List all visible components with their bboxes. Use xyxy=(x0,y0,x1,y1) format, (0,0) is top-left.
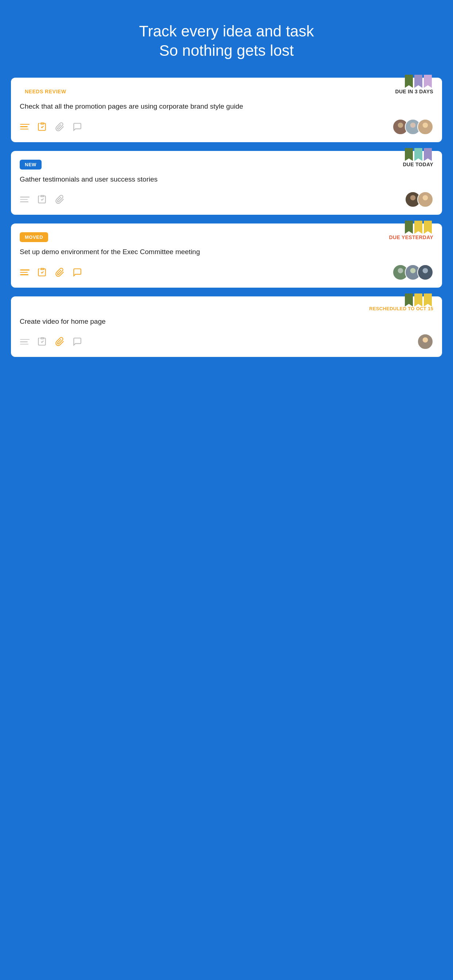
svg-point-2 xyxy=(396,127,405,134)
svg-point-20 xyxy=(423,337,428,343)
paperclip-icon-3[interactable] xyxy=(55,267,65,277)
card-3-footer xyxy=(20,264,433,280)
card-4-header: RESCHEDULED TO OCT 15 xyxy=(20,305,433,312)
tag-new: New xyxy=(20,160,41,170)
card-3-actions xyxy=(20,267,83,277)
bookmark-yellow-3b xyxy=(424,221,432,234)
lines-icon-2[interactable] xyxy=(20,194,30,205)
card-1-header: NEEDS REVIEW DUE IN 3 DAYS xyxy=(20,86,433,97)
svg-point-8 xyxy=(410,195,416,200)
task-card-1: NEEDS REVIEW DUE IN 3 DAYS Check that al… xyxy=(11,78,442,142)
svg-point-3 xyxy=(410,123,416,128)
chat-icon-1[interactable] xyxy=(72,122,83,132)
bookmark-purple xyxy=(414,75,423,88)
card-4-footer xyxy=(20,334,433,350)
clipboard-icon-3[interactable] xyxy=(37,267,48,277)
svg-point-17 xyxy=(423,268,428,274)
svg-point-14 xyxy=(396,274,405,279)
card-2-actions xyxy=(20,194,65,205)
bookmark-green-3 xyxy=(405,221,413,234)
avatar-group-1 xyxy=(392,119,433,135)
bookmark-lavender xyxy=(424,75,432,88)
card-2-header: New DUE TODAY xyxy=(20,160,433,170)
cards-container: NEEDS REVIEW DUE IN 3 DAYS Check that al… xyxy=(11,78,442,357)
paperclip-icon-2[interactable] xyxy=(55,194,65,205)
clipboard-icon-2[interactable] xyxy=(37,194,48,205)
bookmarks-1 xyxy=(405,75,432,88)
paperclip-icon-1[interactable] xyxy=(55,122,65,132)
chat-icon-3[interactable] xyxy=(72,267,83,277)
tag-moved: Moved xyxy=(20,232,48,242)
paperclip-icon-4[interactable] xyxy=(55,337,65,347)
bookmark-green xyxy=(405,75,413,88)
task-card-4: RESCHEDULED TO OCT 15 Create video for h… xyxy=(11,296,442,357)
bookmark-yellow-4a xyxy=(414,293,423,307)
card-4-actions xyxy=(20,337,83,347)
bookmark-teal-2 xyxy=(414,148,423,161)
avatar-group-4 xyxy=(417,334,433,350)
due-label-2: DUE TODAY xyxy=(403,162,433,167)
card-1-actions xyxy=(20,122,83,132)
task-card-3: Moved DUE YESTERDAY Set up demo environm… xyxy=(11,223,442,288)
avatar-group-3 xyxy=(392,264,433,280)
avatar-2-2 xyxy=(417,191,433,207)
svg-point-1 xyxy=(398,123,404,128)
bookmark-green-2 xyxy=(405,148,413,161)
tag-needs-review: NEEDS REVIEW xyxy=(20,86,71,97)
chat-icon-4[interactable] xyxy=(72,337,83,347)
card-1-title: Check that all the promotion pages are u… xyxy=(20,102,433,111)
svg-point-13 xyxy=(398,268,404,274)
lines-icon-4[interactable] xyxy=(20,337,30,347)
bookmark-purple-2 xyxy=(424,148,432,161)
card-2-footer xyxy=(20,191,433,207)
svg-point-10 xyxy=(423,195,428,200)
svg-point-21 xyxy=(421,343,430,348)
hero-title: Track every idea and task So nothing get… xyxy=(11,22,442,60)
due-label-4: RESCHEDULED TO OCT 15 xyxy=(369,306,433,311)
task-card-2: New DUE TODAY Gather testimonials and us… xyxy=(11,151,442,215)
due-label-1: DUE IN 3 DAYS xyxy=(395,89,433,94)
bookmark-yellow-4b xyxy=(424,293,432,307)
card-4-title: Create video for home page xyxy=(20,317,433,327)
lines-icon-1[interactable] xyxy=(20,122,30,132)
bookmarks-3 xyxy=(405,221,432,234)
card-3-header: Moved DUE YESTERDAY xyxy=(20,232,433,242)
lines-icon-3[interactable] xyxy=(20,267,30,277)
avatar-1-3 xyxy=(417,119,433,135)
svg-point-6 xyxy=(421,127,430,134)
due-label-3: DUE YESTERDAY xyxy=(389,234,433,240)
avatar-4-1 xyxy=(417,334,433,350)
svg-rect-12 xyxy=(41,268,44,269)
svg-point-4 xyxy=(408,127,417,134)
bookmarks-2 xyxy=(405,148,432,161)
avatar-group-2 xyxy=(405,191,433,207)
card-2-title: Gather testimonials and user success sto… xyxy=(20,175,433,185)
card-3-title: Set up demo environment for the Exec Com… xyxy=(20,247,433,257)
svg-point-18 xyxy=(421,274,430,279)
svg-rect-19 xyxy=(41,338,44,339)
bookmarks-4 xyxy=(405,293,432,307)
svg-rect-0 xyxy=(41,123,44,124)
svg-point-9 xyxy=(408,200,417,206)
clipboard-icon-1[interactable] xyxy=(37,122,48,132)
bookmark-green-4 xyxy=(405,293,413,307)
clipboard-icon-4[interactable] xyxy=(37,337,48,347)
card-1-footer xyxy=(20,119,433,135)
svg-rect-7 xyxy=(41,196,44,197)
bookmark-yellow-3 xyxy=(414,221,423,234)
svg-point-16 xyxy=(408,274,417,279)
svg-point-15 xyxy=(410,268,416,274)
svg-point-11 xyxy=(421,200,430,206)
avatar-3-3 xyxy=(417,264,433,280)
svg-point-5 xyxy=(423,123,428,128)
